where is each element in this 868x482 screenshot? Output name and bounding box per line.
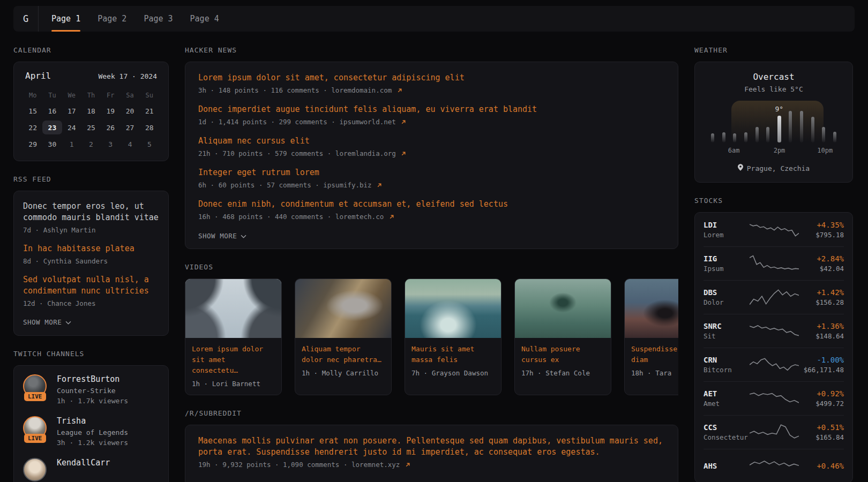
calendar-day: 27 [120, 120, 139, 134]
weather-bar [733, 133, 736, 142]
calendar-month: April [25, 71, 51, 81]
video-card[interactable]: Suspendisse diam18h · Tara [624, 278, 678, 395]
video-card[interactable]: Mauris sit amet massa felis7h · Grayson … [405, 278, 502, 395]
tab-page-3[interactable]: Page 3 [144, 6, 173, 32]
video-meta: 7h · Grayson Dawson [411, 369, 495, 377]
rss-item[interactable]: Sed volutpat nulla nisl, a condimentum n… [23, 274, 159, 307]
stock-sparkline [750, 288, 799, 307]
twitch-channel-row[interactable]: LIVEForrestBurtonCounter-Strike1h · 1.7k… [23, 374, 159, 405]
hackernews-item[interactable]: Aliquam nec cursus elit21h · 710 points … [198, 135, 665, 158]
stock-row[interactable]: AHS+0.46% [704, 449, 844, 482]
rss-card: Donec tempor eros leo, ut commodo mauris… [13, 191, 169, 336]
calendar-selected-day: 23 [42, 120, 62, 134]
avatar [23, 458, 47, 481]
subreddit-post[interactable]: Maecenas mollis pulvinar erat non posuer… [198, 435, 665, 469]
tab-page-2[interactable]: Page 2 [98, 6, 126, 32]
top-navbar: G Page 1Page 2Page 3Page 4 [13, 6, 855, 32]
stock-values: +4.35%$795.18 [815, 221, 844, 239]
twitch-channel-row[interactable]: LIVETrishaLeague of Legends3h · 1.2k vie… [23, 416, 159, 447]
stock-row[interactable]: IIGIpsum+2.84%$42.04 [704, 246, 844, 280]
stock-price: $165.84 [815, 433, 844, 441]
stock-ticker: DBS [704, 288, 750, 297]
subreddit-widget-title: /R/SUBREDDIT [185, 409, 678, 417]
rss-item-title: In hac habitasse platea [23, 243, 159, 254]
stock-values: +0.51%$165.84 [815, 423, 844, 441]
rss-item[interactable]: In hac habitasse platea8d · Cynthia Saun… [23, 243, 159, 265]
calendar-widget-title: CALENDAR [13, 46, 169, 54]
stock-row[interactable]: LDILorem+4.35%$795.18 [704, 213, 844, 246]
live-badge: LIVE [24, 392, 46, 401]
video-card[interactable]: Lorem ipsum dolor sit amet consectetu…1h… [185, 278, 282, 395]
rss-show-more-label: SHOW MORE [23, 318, 62, 326]
stock-price: $148.64 [815, 332, 844, 340]
weather-condition: Overcast [705, 72, 843, 82]
calendar-day-header: Mo [23, 89, 42, 101]
fog-thumbnail [625, 279, 678, 338]
stock-values: +1.36%$148.64 [815, 322, 844, 340]
weather-bar [755, 127, 759, 142]
weather-bar [833, 132, 836, 142]
stock-info: AETAmet [704, 389, 750, 408]
pillars-thumbnail [185, 279, 281, 338]
app-logo[interactable]: G [13, 6, 39, 32]
hackernews-item[interactable]: Donec enim nibh, condimentum et accumsan… [198, 199, 665, 221]
external-link-icon [377, 182, 382, 190]
rss-item-meta: 8d · Cynthia Saunders [23, 257, 159, 265]
video-card-body: Aliquam tempor dolor nec pharetra…1h · M… [295, 338, 391, 384]
stock-row[interactable]: AETAmet+0.92%$499.72 [704, 381, 844, 415]
stock-change: +0.46% [817, 462, 844, 470]
stock-ticker: SNRC [704, 322, 750, 330]
stock-row[interactable]: CRNBitcorn-1.00%$66,171.48 [704, 348, 844, 381]
videos-row: Lorem ipsum dolor sit amet consectetu…1h… [185, 278, 678, 395]
hackernews-item-meta: 1d · 1,414 points · 299 comments · ipsum… [198, 118, 665, 126]
stock-values: +1.42%$156.28 [815, 288, 844, 306]
hackernews-item[interactable]: Integer eget rutrum lorem6h · 60 points … [198, 167, 665, 190]
calendar-day: 5 [140, 137, 159, 151]
hackernews-item[interactable]: Donec imperdiet augue tincidunt felis al… [198, 104, 665, 126]
calendar-day: 1 [62, 137, 81, 151]
video-card-body: Nullam posuere cursus ex17h · Stefan Col… [515, 338, 611, 384]
stock-row[interactable]: SNRCSit+1.36%$148.64 [704, 314, 844, 348]
hackernews-item-title: Donec enim nibh, condimentum et accumsan… [198, 199, 665, 210]
video-card[interactable]: Aliquam tempor dolor nec pharetra…1h · M… [295, 278, 392, 395]
videos-widget-title: VIDEOS [185, 263, 678, 271]
videos-widget: VIDEOS Lorem ipsum dolor sit amet consec… [185, 263, 678, 395]
subreddit-post-title: Maecenas mollis pulvinar erat non posuer… [198, 435, 665, 458]
twitch-widget-title: TWITCH CHANNELS [13, 350, 169, 358]
hackernews-item[interactable]: Lorem ipsum dolor sit amet, consectetur … [198, 72, 665, 95]
video-meta: 18h · Tara [631, 369, 678, 377]
stock-sparkline [750, 321, 799, 341]
stock-name: Amet [704, 400, 750, 408]
stock-name: Ipsum [704, 265, 750, 273]
hackernews-item-title: Lorem ipsum dolor sit amet, consectetur … [198, 72, 665, 84]
calendar-day: 4 [120, 137, 139, 151]
hackernews-show-more-button[interactable]: SHOW MORE [198, 232, 246, 240]
hackernews-card: Lorem ipsum dolor sit amet, consectetur … [185, 62, 678, 249]
video-card[interactable]: Nullam posuere cursus ex17h · Stefan Col… [514, 278, 611, 395]
stock-sparkline [750, 355, 799, 374]
stock-row[interactable]: DBSDolor+1.42%$156.28 [704, 280, 844, 314]
twitch-channel-row[interactable]: KendallCarr [23, 458, 159, 481]
tab-page-1[interactable]: Page 1 [51, 6, 80, 32]
stock-info: AHS [704, 462, 750, 470]
stock-ticker: CCS [704, 423, 750, 432]
calendar-day: 16 [42, 104, 62, 118]
calendar-widget: CALENDAR April Week 17 · 2024 MoTuWeThFr… [13, 46, 169, 161]
weather-bar [722, 132, 725, 142]
rss-show-more-button[interactable]: SHOW MORE [23, 318, 71, 326]
calendar-day: 2 [81, 137, 101, 151]
calendar-day-header: We [62, 89, 81, 101]
rss-item[interactable]: Donec tempor eros leo, ut commodo mauris… [23, 201, 159, 234]
hackernews-item-meta: 21h · 710 points · 579 comments · loreml… [198, 149, 665, 158]
stock-sparkline [750, 456, 799, 476]
stock-row[interactable]: CCSConsectetur+0.51%$165.84 [704, 415, 844, 449]
tab-page-4[interactable]: Page 4 [190, 6, 219, 32]
stock-values: +2.84%$42.04 [817, 254, 844, 273]
current-temp-label: 9° [775, 105, 783, 113]
calendar-header: April Week 17 · 2024 [23, 71, 159, 81]
twitch-channel-category: League of Legends [57, 428, 128, 436]
stock-info: IIGIpsum [704, 254, 750, 273]
video-meta: 1h · Lori Barnett [192, 380, 275, 388]
calendar-day: 17 [62, 104, 81, 118]
calendar-day: 30 [42, 137, 62, 151]
